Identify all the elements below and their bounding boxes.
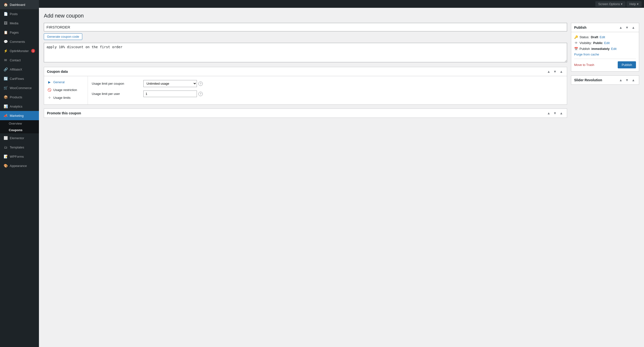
sidebar-sub-overview[interactable]: Overview <box>0 120 39 127</box>
coupon-data-metabox: Coupon data ▲ ▼ ▲ ▶ General <box>44 67 567 105</box>
edit-sidebar: Publish ▲ ▼ ▲ 🔑 Status: Draft Edit <box>571 23 639 85</box>
coupon-data-collapse-up-button[interactable]: ▲ <box>546 69 551 74</box>
promote-coupon-title: Promote this coupon <box>47 111 81 115</box>
media-icon: 🖼 <box>4 21 8 25</box>
publish-body: 🔑 Status: Draft Edit 👁 Visibility: Publi… <box>571 32 639 71</box>
move-to-trash-link[interactable]: Move to Trash <box>574 63 594 67</box>
sidebar-item-elementor[interactable]: ⬜ Elementor <box>0 133 39 142</box>
slider-revolution-metabox: Slider Revolution ▲ ▼ ▲ <box>571 76 639 85</box>
publish-button[interactable]: Publish <box>618 61 636 68</box>
generate-coupon-code-button[interactable]: Generate coupon code <box>44 33 82 40</box>
edit-layout: Generate coupon code Coupon data ▲ ▼ ▲ <box>44 23 639 118</box>
publish-timing-edit-link[interactable]: Edit <box>611 47 616 50</box>
promote-toggle-button[interactable]: ▲ <box>558 111 564 116</box>
coupon-tabs: ▶ General 🚫 Usage restriction ✛ Usage li… <box>44 76 88 104</box>
sidebar-item-woocommerce[interactable]: 🛒 WooCommerce <box>0 83 39 92</box>
usage-restriction-tab-icon: 🚫 <box>48 88 51 92</box>
sidebar-item-dashboard[interactable]: 🏠 Dashboard <box>0 0 39 9</box>
slider-revolution-header[interactable]: Slider Revolution ▲ ▼ ▲ <box>571 76 639 84</box>
wpforms-icon: 📝 <box>4 154 8 159</box>
usage-limit-per-coupon-help-icon[interactable]: ? <box>198 82 203 86</box>
sidebar: 🏠 Dashboard 📄 Posts 🖼 Media 📋 Pages 💬 Co… <box>0 0 39 347</box>
optinmonster-badge: 1 <box>31 49 35 53</box>
sidebar-item-cartflows[interactable]: 🔄 CartFlows <box>0 74 39 83</box>
calendar-icon: 📅 <box>574 47 578 50</box>
visibility-icon: 👁 <box>574 41 578 45</box>
coupon-data-toggle-button[interactable]: ▲ <box>558 69 564 74</box>
slider-revolution-controls: ▲ ▼ ▲ <box>618 78 636 82</box>
templates-icon: 🗂 <box>4 145 8 150</box>
marketing-submenu: Overview Coupons <box>0 120 39 133</box>
publish-header: Publish ▲ ▼ ▲ <box>571 23 639 32</box>
sidebar-item-affiliatex[interactable]: 🔗 AffiliateX <box>0 65 39 74</box>
pages-icon: 📋 <box>4 30 8 34</box>
publish-status-row: 🔑 Status: Draft Edit <box>574 35 636 39</box>
coupon-data-collapse-down-button[interactable]: ▼ <box>552 69 558 74</box>
sidebar-item-optinmonster[interactable]: ⚡ OptinMonster 1 <box>0 46 39 56</box>
coupon-tab-usage-limits[interactable]: ✛ Usage limits <box>44 94 88 102</box>
publish-collapse-down-button[interactable]: ▼ <box>624 25 630 30</box>
usage-limit-per-user-input[interactable] <box>143 90 197 97</box>
woocommerce-icon: 🛒 <box>4 86 8 90</box>
sidebar-item-analytics[interactable]: 📊 Analytics <box>0 102 39 111</box>
publish-toggle-button[interactable]: ▲ <box>630 25 636 30</box>
topbar: Screen Options ▾ Help ▾ <box>39 0 644 8</box>
usage-limits-tab-icon: ✛ <box>48 96 51 100</box>
slider-revolution-toggle-button[interactable]: ▲ <box>630 78 636 82</box>
visibility-value: Public <box>593 41 602 45</box>
sidebar-item-products[interactable]: 📦 Products <box>0 92 39 102</box>
coupon-tab-general[interactable]: ▶ General <box>44 78 88 86</box>
sidebar-item-appearance[interactable]: 🎨 Appearance <box>0 161 39 170</box>
status-edit-link[interactable]: Edit <box>600 35 605 39</box>
help-chevron-icon: ▾ <box>637 2 639 6</box>
sidebar-item-templates[interactable]: 🗂 Templates <box>0 142 39 152</box>
status-label: Status: <box>580 35 589 39</box>
sidebar-item-posts[interactable]: 📄 Posts <box>0 9 39 18</box>
usage-limit-per-coupon-select[interactable]: Unlimited usage 1 2 5 10 <box>143 80 197 87</box>
sidebar-item-contact[interactable]: ✉ Contact <box>0 56 39 65</box>
edit-main: Generate coupon code Coupon data ▲ ▼ ▲ <box>44 23 567 118</box>
publish-timing-label: Publish <box>580 47 590 50</box>
publish-timing-value: immediately <box>592 47 610 50</box>
slider-revolution-collapse-up-button[interactable]: ▲ <box>618 78 623 82</box>
sidebar-item-marketing[interactable]: 📣 Marketing <box>0 111 39 120</box>
cartflows-icon: 🔄 <box>4 76 8 81</box>
usage-limit-per-user-help-icon[interactable]: ? <box>198 92 203 96</box>
coupon-data-title: Coupon data <box>47 70 68 74</box>
publish-visibility-row: 👁 Visibility: Public Edit <box>574 41 636 45</box>
sidebar-item-media[interactable]: 🖼 Media <box>0 18 39 28</box>
analytics-icon: 📊 <box>4 104 8 108</box>
comments-icon: 💬 <box>4 40 8 44</box>
sidebar-item-pages[interactable]: 📋 Pages <box>0 28 39 37</box>
help-button[interactable]: Help ▾ <box>626 1 642 7</box>
posts-icon: 📄 <box>4 12 8 16</box>
visibility-edit-link[interactable]: Edit <box>604 41 610 45</box>
general-tab-icon: ▶ <box>48 80 51 84</box>
coupon-data-metabox-header[interactable]: Coupon data ▲ ▼ ▲ <box>44 67 567 76</box>
promote-coupon-metabox: Promote this coupon ▲ ▼ ▲ <box>44 108 567 118</box>
coupon-description-textarea[interactable] <box>44 43 567 62</box>
visibility-label: Visibility: <box>580 41 592 45</box>
promote-collapse-up-button[interactable]: ▲ <box>546 111 551 116</box>
coupon-tab-usage-restriction[interactable]: 🚫 Usage restriction <box>44 86 88 94</box>
publish-collapse-up-button[interactable]: ▲ <box>618 25 623 30</box>
publish-metabox: Publish ▲ ▼ ▲ 🔑 Status: Draft Edit <box>571 23 639 72</box>
slider-revolution-collapse-down-button[interactable]: ▼ <box>624 78 630 82</box>
status-icon: 🔑 <box>574 35 578 39</box>
page-title: Add new coupon <box>44 13 639 19</box>
promote-collapse-down-button[interactable]: ▼ <box>552 111 558 116</box>
purge-cache-link[interactable]: Purge from cache <box>574 52 636 56</box>
affiliatex-icon: 🔗 <box>4 67 8 72</box>
promote-coupon-header[interactable]: Promote this coupon ▲ ▼ ▲ <box>44 109 567 118</box>
sidebar-item-comments[interactable]: 💬 Comments <box>0 37 39 46</box>
optinmonster-icon: ⚡ <box>4 49 8 53</box>
sidebar-item-wpforms[interactable]: 📝 WPForms <box>0 152 39 161</box>
sidebar-sub-coupons[interactable]: Coupons <box>0 127 39 133</box>
status-value: Draft <box>591 35 598 39</box>
usage-limit-per-user-row: Usage limit per user ? <box>92 90 563 97</box>
screen-options-button[interactable]: Screen Options ▾ <box>595 1 626 7</box>
coupon-code-input[interactable] <box>44 23 567 32</box>
dashboard-icon: 🏠 <box>4 2 8 7</box>
products-icon: 📦 <box>4 95 8 99</box>
publish-actions: Move to Trash Publish <box>574 59 636 68</box>
